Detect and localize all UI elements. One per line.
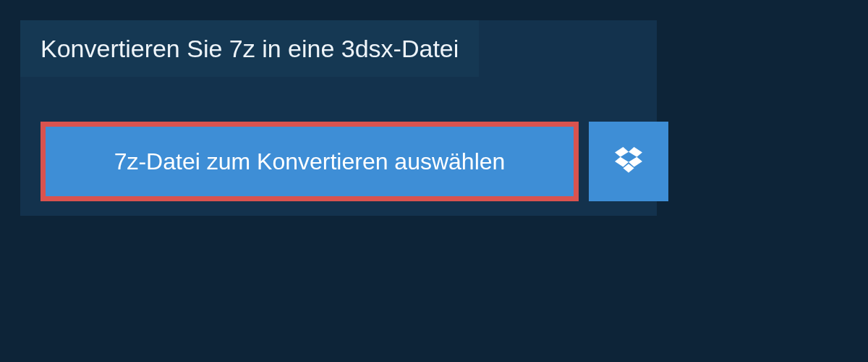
select-file-button[interactable]: 7z-Datei zum Konvertieren auswählen (41, 122, 579, 201)
header-bar: Konvertieren Sie 7z in eine 3dsx-Datei (20, 20, 479, 77)
page-title: Konvertieren Sie 7z in eine 3dsx-Datei (41, 35, 459, 63)
dropbox-icon (615, 147, 642, 176)
select-file-label: 7z-Datei zum Konvertieren auswählen (114, 148, 506, 175)
upload-button-row: 7z-Datei zum Konvertieren auswählen (41, 122, 668, 201)
dropbox-button[interactable] (589, 122, 668, 201)
converter-panel: Konvertieren Sie 7z in eine 3dsx-Datei 7… (20, 20, 657, 216)
